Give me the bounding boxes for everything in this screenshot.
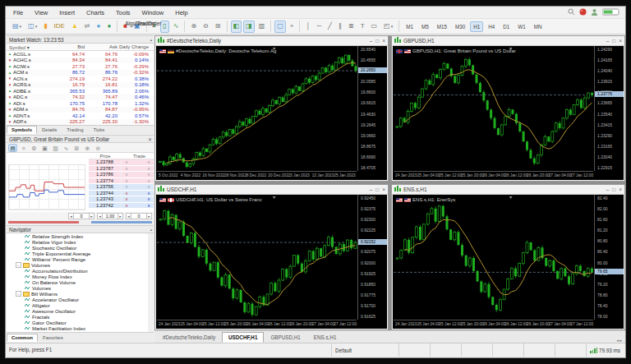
dom-close-icon[interactable]: ✕ <box>148 136 152 143</box>
dom-chart-icon[interactable]: ∿ <box>62 144 71 152</box>
trendline-icon[interactable]: ╱ <box>325 21 334 33</box>
nav-item-market-facilitation-index[interactable]: Market Facilitation Index <box>7 325 148 331</box>
dom-settings-icon[interactable]: ⚙ <box>30 144 39 152</box>
menu-view[interactable]: View <box>29 8 53 17</box>
metaquotes-icon[interactable]: ▮ <box>41 21 49 33</box>
market-watch-row[interactable]: ▲ADI.s170.75170.781.32% <box>7 100 154 107</box>
stepper-increment-icon[interactable]: ▸ <box>89 213 94 219</box>
nav-item-gator-oscillator[interactable]: Gator Oscillator <box>7 320 148 325</box>
timeframe-d1[interactable]: D1 <box>500 21 513 32</box>
nav-item-money-flow-index[interactable]: Money Flow Index <box>7 274 148 279</box>
chart-canvas[interactable]: 0.924500.923750.923000.922250.921500.920… <box>156 195 387 329</box>
tree-collapse-icon[interactable]: − <box>16 291 21 297</box>
nav-item-relative-vigor-index[interactable]: Relative Vigor Index <box>7 239 148 245</box>
chart-template-icon[interactable]: ◫▾ <box>25 21 39 33</box>
market-watch-row[interactable]: ▲ADBE.s365.53365.892.06% <box>7 88 154 94</box>
price-axis[interactable]: 1.242901.241651.240401.239151.237901.236… <box>594 46 624 171</box>
market-watch-row[interactable]: ▲ACM.s86.7286.76-0.32% <box>7 70 154 76</box>
buy-chevron-icon[interactable]: ∧ <box>144 178 154 183</box>
menu-help[interactable]: Help <box>169 8 193 17</box>
time-axis[interactable]: 24 Jan 202325 Jan 04:0025 Jan 12:0025 Ja… <box>394 171 593 180</box>
maximize-icon[interactable]: □ <box>612 187 615 192</box>
tile-windows-icon[interactable]: ▥ <box>256 21 268 33</box>
tab-symbols[interactable]: Symbols <box>7 126 37 134</box>
auto-scroll-icon[interactable]: ◧ <box>231 21 242 33</box>
buy-chevron-icon[interactable]: ∧ <box>144 159 154 164</box>
menu-file[interactable]: File <box>7 8 29 17</box>
nav-item-awesome-oscillator[interactable]: Awesome Oscillator <box>7 308 148 314</box>
minimize-icon[interactable]: – <box>606 38 610 44</box>
minimize-icon[interactable]: – <box>370 187 373 192</box>
tab-details[interactable]: Details <box>37 126 62 134</box>
chart-profile-icon[interactable]: ▤▾ <box>10 21 24 33</box>
vertical-line-icon[interactable]: │ <box>303 21 312 33</box>
crosshair-icon[interactable]: + <box>288 21 297 33</box>
equidistant-channel-icon[interactable]: ∥ <box>336 21 344 33</box>
chart-canvas[interactable]: 1.242901.241651.240401.239151.237901.236… <box>393 46 624 180</box>
buy-chevron-icon[interactable]: ∧ <box>144 196 154 201</box>
search-icon[interactable] <box>568 8 575 16</box>
nav-item-relative-strength-index[interactable]: Relative Strength Index <box>7 233 148 239</box>
alerts-bell-icon[interactable]: ▲ <box>69 21 81 33</box>
timeframe-m30[interactable]: M30 <box>452 21 468 32</box>
stepper-decrement-icon[interactable]: ◂ <box>126 213 131 219</box>
line-chart-icon[interactable]: ∿ <box>171 21 182 33</box>
dom-bid-row[interactable]: 1.23744∨∧ <box>89 191 154 197</box>
stepper-value[interactable]: 0 <box>74 213 89 219</box>
sell-volume-bar[interactable] <box>8 221 79 223</box>
timeframe-m1[interactable]: M1 <box>403 21 417 32</box>
notifications-icon[interactable] <box>579 8 587 16</box>
grid-icon[interactable]: ⊞ <box>213 21 223 33</box>
maximize-icon[interactable]: □ <box>612 38 615 44</box>
nav-item-on-balance-volume[interactable]: On Balance Volume <box>7 279 148 285</box>
nav-item-fractals[interactable]: Fractals <box>7 314 148 320</box>
market-watch-row[interactable]: ▼ACHC.s84.3484.410.14% <box>7 58 154 64</box>
chart-canvas[interactable]: 82.4082.0081.6081.2080.8080.4080.0079.60… <box>393 195 624 329</box>
time-axis[interactable]: 5 Oct 20224 Nov 202216 Nov 202228 Nov 20… <box>157 171 357 180</box>
cursor-icon[interactable]: ▢ <box>274 21 286 33</box>
price-axis[interactable]: 0.924500.923750.923000.922250.921500.920… <box>357 195 387 320</box>
dom-bid-row[interactable]: 1.23756∨∧ <box>89 184 154 191</box>
nav-item-accumulation-distribution[interactable]: Accumulation/Distribution <box>7 268 148 274</box>
chart-shift-icon[interactable]: ◨ <box>243 21 255 33</box>
sell-chevron-icon[interactable]: ∨ <box>122 196 131 201</box>
user-icon[interactable] <box>591 8 598 16</box>
minimize-icon[interactable]: – <box>606 187 610 192</box>
buy-chevron-icon[interactable]: ∧ <box>144 203 154 208</box>
price-axis[interactable]: 20.654020.455520.257020.058519.860019.66… <box>357 46 387 171</box>
close-icon[interactable]: × <box>382 38 385 44</box>
dom-zoom-in-icon[interactable]: ⊕ <box>83 144 92 152</box>
close-icon[interactable]: × <box>619 187 622 192</box>
chart-tab-gbpusd-h1[interactable]: GBPUSD,H1 <box>264 332 306 343</box>
cloud-icon[interactable]: ● <box>94 21 104 33</box>
menu-charts[interactable]: Charts <box>81 8 110 17</box>
market-watch-header[interactable]: Symbol ▾BidAskDaily Change <box>7 44 154 51</box>
chart-window-titlebar[interactable]: GBPUSD,H1–□× <box>392 36 624 46</box>
buy-chevron-icon[interactable]: ∧ <box>144 166 154 171</box>
chart-window-titlebar[interactable]: #DeutscheTeleko,Daily–□× <box>155 36 388 46</box>
minimize-icon[interactable]: – <box>370 38 373 44</box>
market-watch-row[interactable]: ▲ADNT.s42.1442.200.57% <box>7 113 154 119</box>
time-axis[interactable]: 24 Jan 202325 Jan 04:0025 Jan 12:0025 Ja… <box>157 320 357 329</box>
dom-bid-row[interactable]: 1.23743∨∧ <box>89 196 154 203</box>
menu-insert[interactable]: Insert <box>53 8 81 17</box>
horizontal-line-icon[interactable]: ─ <box>314 21 324 33</box>
timeframe-w1[interactable]: W1 <box>514 21 528 32</box>
tab-trading[interactable]: Trading <box>62 126 88 134</box>
dom-align-icon[interactable]: ⊞ <box>72 144 81 152</box>
timeframe-mn[interactable]: MN <box>531 21 546 32</box>
status-profile-cell[interactable]: Default <box>331 343 398 357</box>
market-watch-row[interactable]: ▼ADM.s84.7684.87-0.95% <box>7 107 154 113</box>
depth-of-market-icon[interactable]: ⇄ <box>82 21 93 33</box>
buy-chevron-icon[interactable]: ∧ <box>144 191 154 196</box>
nav-item-volumes[interactable]: −Volumes <box>7 262 148 268</box>
market-watch-row[interactable]: ▼ADC.s74.3274.470.46% <box>7 94 154 101</box>
stepper-decrement-icon[interactable]: ◂ <box>97 213 103 219</box>
stepper-increment-icon[interactable]: ▸ <box>117 213 123 219</box>
sell-chevron-icon[interactable]: ∨ <box>122 172 131 177</box>
market-watch-row[interactable]: ▼ACRS.s16.7916.810.18% <box>7 82 154 89</box>
nav-item-accelerator-oscillator[interactable]: Accelerator Oscillator <box>7 297 148 302</box>
timeframe-m5[interactable]: M5 <box>418 21 432 32</box>
community-icon[interactable]: ● <box>104 21 113 33</box>
sell-chevron-icon[interactable]: ∨ <box>122 184 131 189</box>
